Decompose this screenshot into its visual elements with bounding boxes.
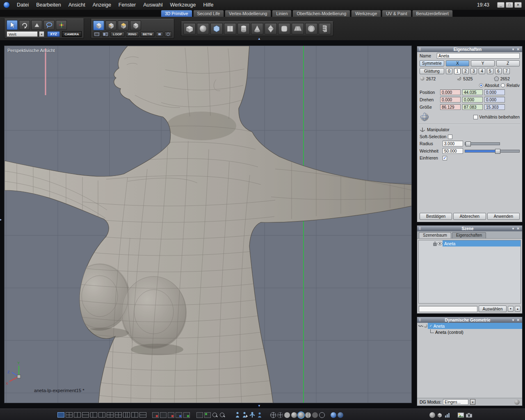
prism-primitive-icon[interactable] bbox=[292, 23, 304, 34]
ghost-mode-icon[interactable] bbox=[319, 412, 325, 418]
dg-tree-row[interactable]: ✓ Aneta bbox=[417, 323, 522, 329]
tab-second-life[interactable]: Second Life bbox=[193, 10, 224, 17]
splitter-collapse-top-icon[interactable]: ▲ bbox=[258, 37, 261, 41]
betw-button[interactable]: BETW bbox=[140, 32, 155, 37]
textured-mode-icon[interactable] bbox=[305, 412, 311, 418]
layout-right-split-icon[interactable] bbox=[98, 412, 105, 418]
person-down-icon[interactable] bbox=[257, 412, 263, 418]
loop-button[interactable]: LOOP bbox=[110, 32, 125, 37]
scene-tree-item-aneta[interactable]: Aneta bbox=[443, 240, 520, 247]
dg-panel-titlebar[interactable]: ⣿ Dynamische Geometrie ▾ ✕ bbox=[417, 317, 522, 323]
dg-mode-dropdown-icon[interactable]: ▾ bbox=[470, 399, 475, 405]
stats-chart-icon[interactable] bbox=[444, 412, 451, 418]
panel-collapse-icon[interactable]: ▾ bbox=[511, 48, 516, 51]
panel-collapse-icon[interactable]: ▾ bbox=[511, 318, 516, 322]
coordinate-space-dropdown-icon[interactable]: ▾ bbox=[39, 31, 44, 37]
scene-panel-titlebar[interactable]: ⣿ Szene ▾ ✕ bbox=[417, 226, 522, 231]
select-object-mode[interactable] bbox=[130, 21, 141, 30]
person-walk-icon[interactable] bbox=[235, 412, 241, 418]
layout-three-top-icon[interactable] bbox=[107, 412, 114, 418]
shrink-selection-icon[interactable] bbox=[164, 32, 172, 37]
wireframe-mode-icon[interactable] bbox=[270, 412, 276, 418]
scene-scroll-up-button[interactable]: ▴ bbox=[515, 306, 520, 312]
image-icon[interactable] bbox=[457, 412, 464, 418]
cancel-button[interactable]: Abbrechen bbox=[453, 213, 486, 220]
absolute-radio[interactable] bbox=[479, 83, 483, 87]
xyz-button[interactable]: XYZ bbox=[47, 31, 60, 37]
smoothing-button[interactable]: Glättung bbox=[420, 68, 444, 74]
position-x-field[interactable]: 0.000 bbox=[440, 89, 461, 95]
smoothing-level-3[interactable]: 3 bbox=[470, 68, 477, 74]
maximize-button[interactable]: □ bbox=[506, 2, 513, 8]
sphere-primitive-icon[interactable] bbox=[197, 23, 209, 34]
splitter-collapse-left-icon[interactable]: ▶ bbox=[0, 218, 2, 221]
grid-green-icon[interactable] bbox=[183, 412, 190, 418]
dark-shade-mode-icon[interactable] bbox=[312, 412, 318, 418]
radius-slider-handle[interactable] bbox=[466, 142, 471, 146]
symmetry-z-button[interactable]: Z bbox=[496, 60, 520, 66]
rotation-x-field[interactable]: 0.000 bbox=[440, 97, 461, 103]
sphere-node-icon[interactable] bbox=[423, 324, 428, 328]
coordinate-space-select[interactable]: Welt bbox=[7, 31, 38, 37]
select-arrow-tool[interactable] bbox=[7, 20, 18, 30]
hidden-line-mode-icon[interactable] bbox=[277, 412, 283, 418]
snap-box-icon[interactable] bbox=[204, 412, 211, 418]
dg-tree[interactable]: ✓ Aneta Aneta (control) bbox=[417, 323, 522, 398]
cube-primitive-icon[interactable] bbox=[183, 23, 196, 34]
rotation-y-field[interactable]: 0.000 bbox=[462, 97, 483, 103]
plane-primitive-icon[interactable] bbox=[224, 23, 236, 34]
menu-item-anzeige[interactable]: Anzeige bbox=[89, 2, 115, 8]
grid-blue-icon[interactable] bbox=[176, 412, 182, 418]
relative-radio[interactable] bbox=[501, 83, 505, 87]
helix-primitive-icon[interactable] bbox=[319, 23, 331, 34]
flat-shade-mode-icon[interactable] bbox=[284, 412, 290, 418]
layout-single-icon[interactable] bbox=[57, 412, 64, 418]
wave-modifier-icon[interactable] bbox=[418, 324, 423, 328]
layout-two-vertical-icon[interactable] bbox=[74, 412, 81, 418]
panel-close-icon[interactable]: ✕ bbox=[516, 48, 520, 51]
grid-red-icon[interactable] bbox=[168, 412, 174, 418]
smoothing-level-7[interactable]: 7 bbox=[503, 68, 510, 74]
rotate-view-tool[interactable] bbox=[19, 20, 30, 30]
properties-panel-titlebar[interactable]: ⣿ Eigenschaften ▾ ✕ bbox=[417, 46, 522, 52]
ring-button[interactable]: RING bbox=[126, 32, 139, 37]
scene-scroll-down-button[interactable]: ▾ bbox=[508, 306, 514, 312]
menu-item-werkzeuge[interactable]: Werkzeuge bbox=[166, 2, 199, 8]
viewport-canvas[interactable]: Y X Z aneta-lp-experiment15 * bbox=[5, 46, 412, 403]
person-select-icon[interactable] bbox=[242, 412, 248, 418]
panel-close-icon[interactable]: ✕ bbox=[516, 318, 520, 322]
tab-scene-eigenschaften[interactable]: Eigenschaften bbox=[452, 232, 486, 238]
smoothing-level-6[interactable]: 6 bbox=[495, 68, 502, 74]
menu-item-fenster[interactable]: Fenster bbox=[115, 2, 139, 8]
minimize-button[interactable]: _ bbox=[497, 2, 504, 8]
smooth-wire-mode-icon[interactable] bbox=[298, 412, 304, 418]
smoothing-level-5[interactable]: 5 bbox=[487, 68, 493, 74]
size-z-field[interactable]: 15.303 bbox=[484, 104, 505, 110]
size-y-field[interactable]: 87.083 bbox=[462, 104, 483, 110]
tab-linien[interactable]: Linien bbox=[272, 10, 292, 17]
ngon-primitive-icon[interactable] bbox=[210, 23, 223, 34]
grow-selection-icon[interactable] bbox=[156, 32, 163, 37]
panel-close-icon[interactable]: ✕ bbox=[516, 227, 520, 231]
select-by-name-button[interactable]: Auswählen bbox=[479, 306, 507, 312]
select-points-mode[interactable] bbox=[93, 21, 104, 30]
dg-sphere-icon[interactable] bbox=[514, 399, 520, 405]
menu-item-bearbeiten[interactable]: Bearbeiten bbox=[32, 2, 64, 8]
confirm-button[interactable]: Bestätigen bbox=[420, 213, 452, 220]
zoom-in-icon[interactable] bbox=[212, 412, 218, 418]
geodesic-sphere-primitive-icon[interactable] bbox=[305, 23, 317, 34]
camera-icon[interactable] bbox=[466, 412, 472, 418]
app-logo-icon[interactable] bbox=[3, 2, 10, 8]
layout-rows-icon[interactable] bbox=[139, 412, 146, 418]
material-sphere-icon[interactable] bbox=[331, 412, 336, 418]
keep-ratio-checkbox[interactable] bbox=[473, 115, 478, 119]
edit-grid-icon[interactable] bbox=[152, 412, 159, 418]
menu-item-ansicht[interactable]: Ansicht bbox=[65, 2, 89, 8]
tab-3d-primitive[interactable]: 3D Primitive bbox=[161, 10, 192, 17]
softness-slider-handle[interactable] bbox=[495, 149, 500, 154]
scene-filter-input[interactable] bbox=[419, 306, 477, 312]
position-z-field[interactable]: 0.000 bbox=[484, 89, 505, 95]
scene-tree-row[interactable]: Aneta bbox=[419, 240, 520, 247]
cone-primitive-icon[interactable] bbox=[251, 23, 263, 34]
position-y-field[interactable]: 44.035 bbox=[462, 89, 483, 95]
